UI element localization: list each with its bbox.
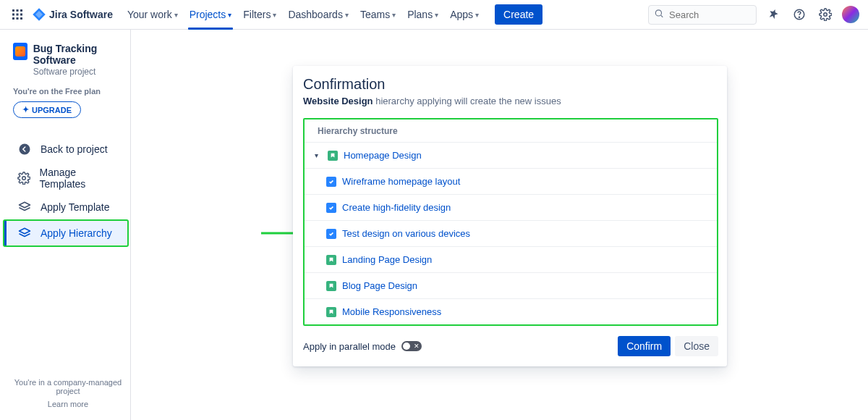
nav-item-label: Your work (127, 9, 172, 20)
task-icon (326, 229, 336, 239)
issue-link[interactable]: Landing Page Design (342, 254, 432, 265)
parallel-mode-label: Apply in parallel mode (303, 341, 396, 352)
issue-link[interactable]: Create high-fidelity design (342, 202, 451, 213)
chevron-down-icon: ▾ (345, 11, 349, 19)
nav-your-work[interactable]: Your work▾ (122, 0, 184, 29)
project-icon (13, 43, 27, 60)
layers-icon (17, 226, 32, 240)
hierarchy-row[interactable]: Wireframe homepage layout (305, 168, 717, 194)
parallel-mode-toggle[interactable]: ✕ (401, 341, 422, 351)
nav-item-label: Dashboards (288, 9, 343, 20)
profile-avatar[interactable] (842, 6, 859, 23)
app-switcher-icon[interactable] (9, 6, 26, 23)
svg-point-12 (799, 17, 799, 17)
layers-icon (17, 200, 32, 214)
issue-link[interactable]: Blog Page Design (342, 280, 417, 291)
story-icon (326, 255, 336, 265)
hierarchy-structure-heading: Hierarchy structure (305, 119, 717, 142)
sidebar-item-back-to-project[interactable]: Back to project (13, 137, 123, 161)
nav-apps[interactable]: Apps▾ (444, 0, 485, 29)
nav-projects[interactable]: Projects▾ (184, 0, 238, 29)
back-icon (17, 142, 32, 156)
plan-note: You're on the Free plan (13, 87, 123, 96)
nav-plans[interactable]: Plans▾ (401, 0, 444, 29)
sidebar-item-label: Manage Templates (40, 167, 119, 190)
help-icon[interactable] (790, 5, 809, 24)
svg-rect-4 (17, 14, 19, 16)
issue-link[interactable]: Test design on various devices (342, 228, 470, 239)
confirmation-panel: Confirmation Website Design hierarchy ap… (293, 66, 727, 366)
svg-rect-3 (12, 14, 14, 16)
chevron-down-icon: ▾ (435, 11, 438, 19)
task-icon (326, 177, 336, 187)
chevron-down-icon: ▾ (273, 11, 276, 19)
svg-marker-17 (20, 228, 30, 234)
story-icon (326, 307, 336, 317)
svg-rect-7 (17, 17, 19, 20)
hierarchy-row[interactable]: Landing Page Design (305, 246, 717, 272)
sidebar-item-label: Apply Hierarchy (41, 227, 112, 239)
notifications-icon[interactable] (764, 5, 783, 24)
sidebar-item-apply-template[interactable]: Apply Template (13, 195, 123, 219)
panel-subtitle: Website Design hierarchy applying will c… (303, 96, 718, 106)
nav-filters[interactable]: Filters▾ (237, 0, 282, 29)
chevron-down-icon: ▾ (174, 11, 178, 19)
logo-text: Jira Software (49, 9, 113, 20)
close-button[interactable]: Close (675, 336, 718, 356)
svg-line-10 (661, 15, 663, 17)
svg-point-13 (824, 13, 827, 17)
chevron-down-icon: ▾ (228, 11, 231, 19)
svg-rect-1 (17, 9, 19, 12)
gear-icon (17, 171, 31, 185)
story-icon (328, 151, 338, 161)
hierarchy-row[interactable]: Test design on various devices (305, 220, 717, 246)
svg-rect-5 (20, 14, 22, 16)
upgrade-label: UPGRADE (32, 106, 72, 114)
confirm-button[interactable]: Confirm (618, 336, 671, 356)
hierarchy-row[interactable]: Create high-fidelity design (305, 194, 717, 220)
svg-point-15 (22, 177, 26, 180)
issue-link[interactable]: Mobile Responsiveness (342, 306, 441, 317)
create-button[interactable]: Create (495, 4, 542, 25)
svg-rect-8 (20, 17, 22, 20)
nav-item-label: Filters (243, 9, 271, 20)
svg-marker-16 (20, 202, 30, 208)
hierarchy-row[interactable]: Blog Page Design (305, 272, 717, 298)
hierarchy-structure-box: Hierarchy structure ▾Homepage DesignWire… (303, 118, 718, 326)
subtitle-suffix: hierarchy applying will create the new i… (373, 96, 561, 106)
nav-item-label: Apps (450, 9, 473, 20)
upgrade-button[interactable]: ✦ UPGRADE (13, 101, 81, 118)
project-name: Bug Tracking Software (33, 43, 123, 66)
chevron-down-icon: ▾ (392, 11, 396, 19)
sidebar-item-manage-templates[interactable]: Manage Templates (13, 161, 123, 195)
nav-teams[interactable]: Teams▾ (354, 0, 401, 29)
search-input[interactable] (648, 5, 757, 25)
nav-item-label: Projects (190, 9, 226, 20)
upgrade-icon: ✦ (22, 105, 29, 114)
sidebar-footer-note: You're in a company-managed project (14, 378, 122, 395)
panel-title: Confirmation (303, 76, 718, 93)
sidebar-item-label: Apply Template (41, 201, 109, 213)
settings-icon[interactable] (816, 5, 835, 24)
nav-item-label: Plans (407, 9, 433, 20)
issue-link[interactable]: Wireframe homepage layout (342, 176, 460, 187)
task-icon (326, 203, 336, 213)
hierarchy-row[interactable]: ▾Homepage Design (305, 142, 717, 168)
svg-rect-6 (12, 17, 14, 20)
svg-point-14 (20, 144, 30, 155)
jira-logo[interactable]: Jira Software (32, 7, 113, 22)
chevron-down-icon: ▾ (475, 11, 479, 19)
issue-link[interactable]: Homepage Design (344, 150, 422, 161)
search-icon (654, 9, 664, 21)
sidebar-item-label: Back to project (41, 143, 108, 155)
project-type: Software project (33, 67, 123, 77)
svg-point-9 (655, 10, 661, 16)
expand-caret-icon[interactable]: ▾ (310, 151, 322, 159)
sidebar-item-apply-hierarchy[interactable]: Apply Hierarchy (3, 219, 129, 247)
svg-rect-2 (20, 9, 22, 12)
learn-more-link[interactable]: Learn more (13, 400, 123, 408)
template-name: Website Design (303, 96, 373, 106)
story-icon (326, 281, 336, 291)
hierarchy-row[interactable]: Mobile Responsiveness (305, 298, 717, 324)
nav-dashboards[interactable]: Dashboards▾ (282, 0, 354, 29)
